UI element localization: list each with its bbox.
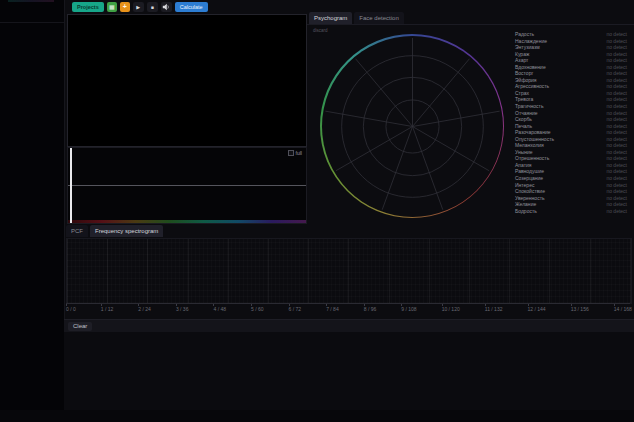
playhead[interactable] — [70, 148, 72, 223]
tick-label: 7 / 84 — [326, 306, 339, 312]
psychogram-tabbar: Psychogram Face detection — [309, 12, 404, 24]
tick-label: 13 / 156 — [571, 306, 589, 312]
log-area — [64, 332, 634, 410]
axis-tick: 12 / 144 — [528, 304, 546, 312]
volume-button[interactable] — [161, 2, 172, 12]
axis-tick: 13 / 156 — [571, 304, 589, 312]
axis-tick: 14 / 168 — [614, 304, 632, 312]
axis-tick: 8 / 96 — [364, 304, 377, 312]
spectrogram-plot — [66, 238, 632, 304]
psychogram-body: discard — [307, 24, 634, 223]
emotion-name: Бодрость — [515, 208, 537, 215]
app-window: Projects ▦ + ▶ ■ Calculate full — [0, 0, 634, 422]
volume-icon — [162, 3, 170, 11]
waveform-spectrum-strip — [68, 220, 306, 223]
play-button[interactable]: ▶ — [133, 2, 144, 12]
tick-label: 8 / 96 — [364, 306, 377, 312]
axis-tick: 6 / 72 — [289, 304, 302, 312]
discard-label: discard — [313, 28, 328, 33]
video-preview — [67, 14, 307, 147]
axis-tick: 4 / 48 — [213, 304, 226, 312]
tick-label: 0 / 0 — [66, 306, 76, 312]
toolbar: Projects ▦ + ▶ ■ Calculate — [72, 2, 208, 12]
waveform-zero-line — [68, 185, 306, 186]
psychogram-chart-area — [322, 36, 503, 217]
tick-label: 2 / 24 — [138, 306, 151, 312]
tab-frequency-spectrogram[interactable]: Frequency spectrogram — [90, 225, 163, 237]
sidebar-top-accent — [8, 0, 54, 2]
axis-tick: 5 / 60 — [251, 304, 264, 312]
tick-label: 12 / 144 — [528, 306, 546, 312]
waveform-panel: full — [67, 147, 307, 224]
psychogram-grid — [322, 36, 503, 217]
tick-label: 4 / 48 — [213, 306, 226, 312]
full-checkbox[interactable] — [288, 150, 294, 156]
tick-label: 3 / 36 — [176, 306, 189, 312]
projects-button[interactable]: Projects — [72, 2, 104, 12]
emotion-value: no detect — [606, 208, 627, 215]
grid-icon: ▦ — [109, 2, 115, 12]
stop-button[interactable]: ■ — [147, 2, 158, 12]
tick-label: 1 / 12 — [101, 306, 114, 312]
axis-tick: 2 / 24 — [138, 304, 151, 312]
play-icon: ▶ — [136, 2, 140, 12]
axis-tick: 1 / 12 — [101, 304, 114, 312]
spectrogram-tabbar: PCF Frequency spectrogram — [66, 225, 163, 237]
tick-label: 14 / 168 — [614, 306, 632, 312]
tick-label: 11 / 132 — [485, 306, 503, 312]
calculate-button[interactable]: Calculate — [175, 2, 208, 12]
axis-tick: 11 / 132 — [485, 304, 503, 312]
psychogram-panel: Psychogram Face detection discard — [307, 12, 634, 222]
spectrogram-axis-ticks: 0 / 0 1 / 12 2 / 24 3 / 36 4 / 48 5 / 60… — [66, 304, 632, 312]
left-sidebar — [0, 0, 65, 422]
tick-label: 10 / 120 — [442, 306, 460, 312]
tick-label: 6 / 72 — [289, 306, 302, 312]
tick-label: 5 / 60 — [251, 306, 264, 312]
orange-tool-button[interactable]: + — [120, 2, 130, 12]
axis-tick: 3 / 36 — [176, 304, 189, 312]
emotion-list: Радость no detect Наслаждение no detect … — [515, 31, 627, 214]
axis-tick: 7 / 84 — [326, 304, 339, 312]
stop-icon: ■ — [151, 2, 154, 12]
bottom-strip — [0, 410, 634, 422]
emotion-row: Бодрость no detect — [515, 208, 627, 215]
tick-label: 9 / 108 — [401, 306, 416, 312]
sidebar-divider — [0, 22, 64, 23]
tab-face-detection[interactable]: Face detection — [354, 12, 403, 24]
psychogram-color-ring — [320, 34, 504, 218]
tab-psychogram[interactable]: Psychogram — [309, 12, 352, 24]
plus-icon: + — [123, 2, 127, 12]
full-label: full — [296, 150, 302, 156]
green-tool-button[interactable]: ▦ — [107, 2, 117, 12]
clear-button[interactable]: Clear — [68, 322, 92, 331]
axis-tick: 0 / 0 — [66, 304, 76, 312]
axis-tick: 10 / 120 — [442, 304, 460, 312]
tab-pcf[interactable]: PCF — [66, 225, 88, 237]
full-toggle: full — [288, 150, 302, 156]
axis-tick: 9 / 108 — [401, 304, 416, 312]
